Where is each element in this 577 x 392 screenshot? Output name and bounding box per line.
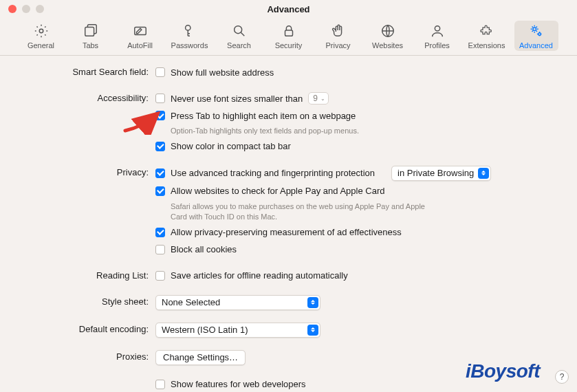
checkbox-label: Block all cookies — [171, 244, 237, 254]
search-icon — [232, 23, 247, 39]
checkbox-label: Allow websites to check for Apple Pay an… — [171, 186, 384, 196]
hint-tab-highlight: Option-Tab highlights only text fields a… — [171, 126, 432, 136]
checkbox-tab-highlight[interactable] — [155, 111, 165, 120]
checkbox-advanced-tracking[interactable] — [155, 168, 165, 178]
tab-search[interactable]: Search — [217, 21, 261, 51]
chevron-down-icon: ⌄ — [320, 96, 325, 102]
checkbox-developer-features[interactable] — [155, 380, 165, 389]
checkbox-label: Press Tab to highlight each item on a we… — [171, 111, 356, 121]
tab-passwords[interactable]: Passwords — [168, 21, 212, 51]
tab-label: Security — [275, 41, 303, 50]
tab-label: Passwords — [171, 41, 208, 50]
tab-label: Search — [227, 41, 251, 50]
checkbox-offline-reading[interactable] — [155, 271, 165, 281]
gear-icon — [34, 23, 49, 39]
label-privacy: Privacy: — [28, 166, 155, 177]
label-smart-search: Smart Search field: — [28, 65, 155, 77]
preferences-toolbar: General Tabs AutoFill Passwords Search S… — [0, 18, 577, 56]
updown-icon — [307, 325, 318, 336]
pencil-icon — [133, 23, 148, 39]
label-style-sheet: Style sheet: — [28, 295, 155, 307]
checkbox-label: Show full website address — [171, 67, 274, 78]
select-tracking-scope[interactable]: in Private Browsing — [391, 166, 491, 181]
person-icon — [430, 23, 445, 39]
svg-point-0 — [39, 29, 43, 33]
tab-websites[interactable]: Websites — [366, 21, 410, 51]
label-reading-list: Reading List: — [28, 269, 155, 281]
tab-label: Privacy — [325, 41, 350, 50]
checkbox-min-font-size[interactable] — [155, 94, 165, 103]
label-default-encoding: Default encoding: — [28, 323, 155, 334]
svg-point-8 — [532, 28, 536, 31]
updown-icon — [307, 297, 318, 308]
tab-label: Tabs — [83, 41, 98, 50]
updown-icon — [478, 168, 489, 179]
tab-extensions[interactable]: Extensions — [465, 21, 509, 51]
globe-icon — [380, 23, 395, 39]
checkbox-show-full-url[interactable] — [155, 67, 165, 77]
tab-label: AutoFill — [127, 41, 153, 50]
window-title: Advanced — [0, 4, 577, 14]
select-value: Western (ISO Latin 1) — [162, 325, 248, 335]
select-style-sheet[interactable]: None Selected — [155, 295, 320, 310]
lock-icon — [281, 23, 296, 39]
svg-point-7 — [435, 26, 439, 31]
puzzle-icon — [479, 23, 494, 39]
help-button[interactable]: ? — [555, 370, 569, 384]
tab-label: Advanced — [519, 41, 553, 50]
checkbox-block-cookies[interactable] — [155, 245, 165, 254]
checkbox-apple-pay[interactable] — [155, 186, 165, 196]
tab-label: Profiles — [424, 41, 450, 50]
select-value: in Private Browsing — [398, 168, 474, 178]
key-icon — [182, 23, 197, 39]
tab-label: General — [28, 41, 54, 50]
select-value: 9 — [313, 94, 318, 103]
tab-label: Websites — [372, 41, 403, 50]
tab-security[interactable]: Security — [267, 21, 311, 51]
tab-advanced[interactable]: Advanced — [514, 21, 558, 51]
checkbox-label: Show features for web developers — [171, 379, 306, 389]
tab-profiles[interactable]: Profiles — [415, 21, 459, 51]
select-value: None Selected — [162, 297, 220, 307]
tab-label: Extensions — [468, 41, 505, 50]
gears-icon — [529, 23, 544, 39]
button-change-proxy-settings[interactable]: Change Settings… — [155, 350, 246, 365]
svg-rect-5 — [285, 30, 292, 36]
tab-tabs[interactable]: Tabs — [69, 21, 113, 51]
label-accessibility: Accessibility: — [28, 91, 155, 103]
tab-autofill[interactable]: AutoFill — [118, 21, 162, 51]
svg-point-3 — [185, 25, 190, 30]
checkbox-label: Allow privacy-preserving measurement of … — [171, 227, 402, 237]
watermark: iBoysoft — [466, 360, 540, 382]
checkbox-ad-measurement[interactable] — [155, 228, 165, 237]
select-default-encoding[interactable]: Western (ISO Latin 1) — [155, 323, 320, 338]
svg-point-9 — [538, 33, 541, 36]
checkbox-compact-tab-color[interactable] — [155, 142, 165, 151]
select-min-font-size[interactable]: 9 ⌄ — [308, 92, 329, 105]
tab-privacy[interactable]: Privacy — [316, 21, 360, 51]
checkbox-label: Show color in compact tab bar — [171, 141, 291, 151]
checkbox-label: Never use font sizes smaller than — [171, 94, 303, 104]
tabs-icon — [83, 23, 98, 39]
hint-apple-pay: Safari allows you to make purchases on t… — [171, 202, 432, 222]
checkbox-label: Save articles for offline reading automa… — [171, 270, 348, 281]
tab-general[interactable]: General — [19, 21, 63, 51]
checkbox-label: Use advanced tracking and fingerprinting… — [171, 168, 375, 178]
hand-icon — [331, 23, 346, 39]
svg-rect-1 — [85, 28, 94, 36]
svg-point-4 — [234, 26, 241, 34]
label-proxies: Proxies: — [28, 350, 155, 362]
